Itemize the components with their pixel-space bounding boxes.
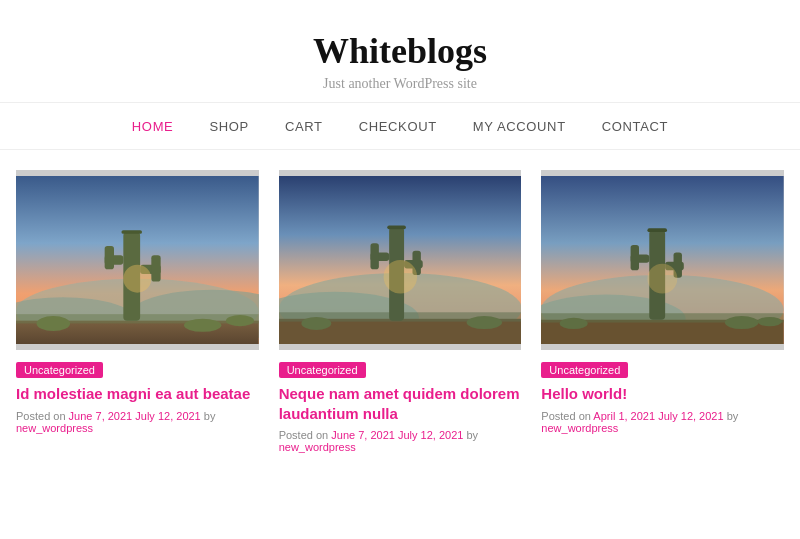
- post-date1-1[interactable]: June 7, 2021: [69, 410, 133, 422]
- post-date1-2[interactable]: June 7, 2021: [331, 429, 395, 441]
- post-date1-3[interactable]: April 1, 2021: [593, 410, 655, 422]
- svg-point-12: [37, 316, 71, 331]
- post-meta-1: Uncategorized Id molestiae magni ea aut …: [16, 360, 259, 434]
- svg-point-41: [560, 318, 588, 329]
- post-info-3: Posted on April 1, 2021 July 12, 2021 by…: [541, 410, 784, 434]
- svg-rect-11: [121, 230, 142, 234]
- main-content: Uncategorized Id molestiae magni ea aut …: [0, 150, 800, 493]
- svg-point-28: [466, 316, 501, 329]
- site-tagline: Just another WordPress site: [20, 76, 780, 92]
- post-meta-2: Uncategorized Neque nam amet quidem dolo…: [279, 360, 522, 453]
- svg-rect-40: [648, 228, 668, 232]
- post-category-2[interactable]: Uncategorized: [279, 362, 366, 378]
- svg-rect-10: [151, 255, 160, 281]
- post-card-1: Uncategorized Id molestiae magni ea aut …: [16, 170, 259, 453]
- post-thumbnail-3: [541, 170, 784, 350]
- nav-cart[interactable]: CART: [285, 119, 323, 134]
- svg-point-29: [383, 260, 417, 294]
- svg-point-42: [725, 316, 759, 329]
- post-meta-3: Uncategorized Hello world! Posted on Apr…: [541, 360, 784, 434]
- svg-point-43: [758, 317, 782, 326]
- post-title-1[interactable]: Id molestiae magni ea aut beatae: [16, 384, 259, 404]
- svg-point-44: [648, 264, 678, 294]
- nav-contact[interactable]: CONTACT: [602, 119, 668, 134]
- post-date2-2[interactable]: July 12, 2021: [398, 429, 463, 441]
- site-title: Whiteblogs: [20, 30, 780, 72]
- post-info-1: Posted on June 7, 2021 July 12, 2021 by …: [16, 410, 259, 434]
- post-category-1[interactable]: Uncategorized: [16, 362, 103, 378]
- main-nav: HOME SHOP CART CHECKOUT MY ACCOUNT CONTA…: [0, 103, 800, 149]
- post-title-3[interactable]: Hello world!: [541, 384, 784, 404]
- post-card-2: Uncategorized Neque nam amet quidem dolo…: [279, 170, 522, 453]
- post-thumbnail-1: [16, 170, 259, 350]
- svg-rect-37: [631, 245, 639, 270]
- site-header: Whiteblogs Just another WordPress site: [0, 0, 800, 102]
- svg-point-27: [301, 317, 331, 330]
- post-card-3: Uncategorized Hello world! Posted on Apr…: [541, 170, 784, 453]
- svg-point-13: [184, 319, 221, 332]
- svg-point-14: [226, 315, 254, 326]
- svg-rect-8: [105, 246, 114, 269]
- post-thumbnail-2: [279, 170, 522, 350]
- svg-rect-26: [387, 225, 406, 229]
- post-date2-3[interactable]: July 12, 2021: [658, 410, 723, 422]
- nav-checkout[interactable]: CHECKOUT: [359, 119, 437, 134]
- nav-shop[interactable]: SHOP: [209, 119, 248, 134]
- posts-grid: Uncategorized Id molestiae magni ea aut …: [16, 170, 784, 453]
- nav-myaccount[interactable]: MY ACCOUNT: [473, 119, 566, 134]
- post-date2-1[interactable]: July 12, 2021: [135, 410, 200, 422]
- post-category-3[interactable]: Uncategorized: [541, 362, 628, 378]
- post-author-2[interactable]: new_wordpress: [279, 441, 356, 453]
- post-title-2[interactable]: Neque nam amet quidem dolorem laudantium…: [279, 384, 522, 423]
- post-info-2: Posted on June 7, 2021 July 12, 2021 by …: [279, 429, 522, 453]
- svg-rect-23: [370, 243, 378, 269]
- nav-home[interactable]: HOME: [132, 119, 174, 134]
- post-author-3[interactable]: new_wordpress: [541, 422, 618, 434]
- svg-point-15: [123, 265, 151, 293]
- post-author-1[interactable]: new_wordpress: [16, 422, 93, 434]
